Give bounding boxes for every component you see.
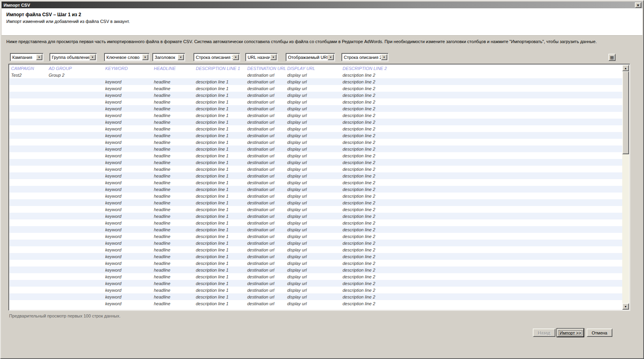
table-cell: description line 2	[341, 105, 622, 112]
table-row[interactable]: keywordheadlinedescription line 1destina…	[9, 179, 622, 186]
table-cell	[9, 145, 47, 152]
column-header: DESTINATION URL	[246, 65, 286, 72]
table-row[interactable]: keywordheadlinedescription line 1destina…	[9, 253, 622, 260]
table-row[interactable]: keywordheadlinedescription line 1destina…	[9, 213, 622, 219]
column-header: DISPLAY URL	[286, 65, 341, 72]
close-button[interactable]: ×	[635, 2, 641, 8]
column-mapping-row: Кампания ▼ Группа объявлений ▼ Ключевое …	[8, 53, 636, 62]
table-cell: display url	[286, 179, 341, 186]
table-cell: headline	[152, 145, 194, 152]
scroll-down-button[interactable]: ▼	[622, 303, 629, 310]
table-row[interactable]: keywordheadlinedescription line 1destina…	[9, 159, 622, 166]
table-row[interactable]: keywordheadlinedescription line 1destina…	[9, 145, 622, 152]
table-cell	[9, 226, 47, 233]
table-cell: destination url	[246, 92, 286, 98]
table-cell: display url	[286, 260, 341, 266]
table-row[interactable]: keywordheadlinedescription line 1destina…	[9, 280, 622, 287]
arrow-up-icon: ▲	[624, 67, 627, 70]
import-button[interactable]: Импорт >>	[557, 329, 584, 337]
table-cell	[47, 85, 104, 92]
table-row[interactable]: keywordheadlinedescription line 1destina…	[9, 193, 622, 199]
table-cell: description line 2	[341, 145, 622, 152]
table-cell: destination url	[246, 280, 286, 287]
table-row[interactable]: keywordheadlinedescription line 1destina…	[9, 260, 622, 266]
back-button[interactable]: Назад	[533, 329, 555, 337]
chevron-down-icon[interactable]: ▼	[233, 54, 239, 60]
combo-value: Заголовок	[153, 55, 178, 60]
table-row[interactable]: keywordheadlinedescription line 1destina…	[9, 92, 622, 98]
table-cell	[47, 226, 104, 233]
chevron-down-icon[interactable]: ▼	[381, 54, 387, 60]
column-selector-description-line-2[interactable]: Строка описания 2 ▼	[341, 53, 388, 61]
chevron-down-icon[interactable]: ▼	[89, 54, 96, 60]
grid-icon: ▦	[610, 55, 614, 60]
column-selector-display-url[interactable]: Отображаемый URL ▼	[286, 53, 335, 61]
column-selector-ad-group[interactable]: Группа объявлений ▼	[49, 53, 97, 61]
table-row[interactable]: keywordheadlinedescription line 1destina…	[9, 78, 622, 85]
table-cell: headline	[152, 98, 194, 105]
chevron-down-icon[interactable]: ▼	[328, 54, 334, 60]
table-row[interactable]: keywordheadlinedescription line 1destina…	[9, 233, 622, 240]
table-row[interactable]: keywordheadlinedescription line 1destina…	[9, 139, 622, 145]
scroll-up-button[interactable]: ▲	[622, 65, 629, 71]
table-row[interactable]: keywordheadlinedescription line 1destina…	[9, 300, 622, 307]
table-row[interactable]: keywordheadlinedescription line 1destina…	[9, 240, 622, 246]
table-cell	[9, 293, 47, 300]
table-row[interactable]: keywordheadlinedescription line 1destina…	[9, 246, 622, 253]
column-selector-campaign[interactable]: Кампания ▼	[10, 53, 44, 61]
table-cell: destination url	[246, 213, 286, 219]
chevron-down-icon[interactable]: ▼	[36, 54, 42, 60]
table-cell: display url	[286, 293, 341, 300]
table-cell: keyword	[104, 246, 152, 253]
table-row[interactable]: keywordheadlinedescription line 1destina…	[9, 105, 622, 112]
table-cell	[9, 266, 47, 273]
column-selector-description-line-1[interactable]: Строка описания 1 ▼	[193, 53, 240, 61]
table-row[interactable]: keywordheadlinedescription line 1destina…	[9, 266, 622, 273]
table-row[interactable]: keywordheadlinedescription line 1destina…	[9, 293, 622, 300]
chevron-down-icon[interactable]: ▼	[142, 54, 148, 60]
cancel-button[interactable]: Отмена	[587, 329, 612, 337]
table-cell: description line 1	[194, 186, 246, 193]
combo-value: Отображаемый URL	[287, 55, 328, 60]
table-row[interactable]: keywordheadlinedescription line 1destina…	[9, 112, 622, 119]
vertical-scrollbar[interactable]: ▲ ▼	[622, 65, 629, 310]
table-row[interactable]: keywordheadlinedescription line 1destina…	[9, 119, 622, 125]
table-row[interactable]: keywordheadlinedescription line 1destina…	[9, 85, 622, 92]
table-row[interactable]: keywordheadlinedescription line 1destina…	[9, 166, 622, 172]
table-row[interactable]: keywordheadlinedescription line 1destina…	[9, 273, 622, 280]
table-cell: headline	[152, 193, 194, 199]
table-row[interactable]: keywordheadlinedescription line 1destina…	[9, 219, 622, 226]
choose-columns-button[interactable]: ▦	[608, 54, 616, 61]
table-row[interactable]: keywordheadlinedescription line 1destina…	[9, 132, 622, 139]
chevron-down-icon[interactable]: ▼	[270, 54, 277, 60]
table-cell: description line 1	[194, 206, 246, 213]
column-selector-destination-url[interactable]: URL назнач. ▼	[245, 53, 278, 61]
table-cell: description line 1	[194, 132, 246, 139]
table-row[interactable]: keywordheadlinedescription line 1destina…	[9, 152, 622, 159]
table-row[interactable]: keywordheadlinedescription line 1destina…	[9, 98, 622, 105]
table-row[interactable]: keywordheadlinedescription line 1destina…	[9, 206, 622, 213]
table-cell: Test2	[9, 72, 47, 78]
table-row[interactable]: keywordheadlinedescription line 1destina…	[9, 172, 622, 179]
scrollbar-thumb[interactable]	[622, 71, 629, 154]
table-row[interactable]: keywordheadlinedescription line 1destina…	[9, 199, 622, 206]
chevron-down-icon[interactable]: ▼	[178, 54, 184, 60]
table-cell	[9, 240, 47, 246]
table-row[interactable]: keywordheadlinedescription line 1destina…	[9, 186, 622, 193]
table-row[interactable]: Test2Group 2destination urldisplay urlde…	[9, 72, 622, 78]
column-selector-keyword[interactable]: Ключевое слово ▼	[104, 53, 150, 61]
table-row[interactable]: keywordheadlinedescription line 1destina…	[9, 125, 622, 132]
table-cell	[47, 233, 104, 240]
csv-preview-table: CAMPAIGNAD GROUPKEYWORDHEADLINEDESCRIPTI…	[8, 64, 630, 311]
table-row[interactable]: keywordheadlinedescription line 1destina…	[9, 226, 622, 233]
table-cell: destination url	[246, 78, 286, 85]
table-cell: keyword	[104, 98, 152, 105]
table-cell: headline	[152, 246, 194, 253]
table-cell	[47, 280, 104, 287]
column-selector-headline[interactable]: Заголовок ▼	[152, 53, 185, 61]
arrow-down-icon: ▼	[624, 305, 627, 308]
table-cell: headline	[152, 125, 194, 132]
table-cell: description line 2	[341, 280, 622, 287]
scrollbar-track[interactable]	[622, 71, 629, 303]
table-row[interactable]: keywordheadlinedescription line 1destina…	[9, 287, 622, 293]
